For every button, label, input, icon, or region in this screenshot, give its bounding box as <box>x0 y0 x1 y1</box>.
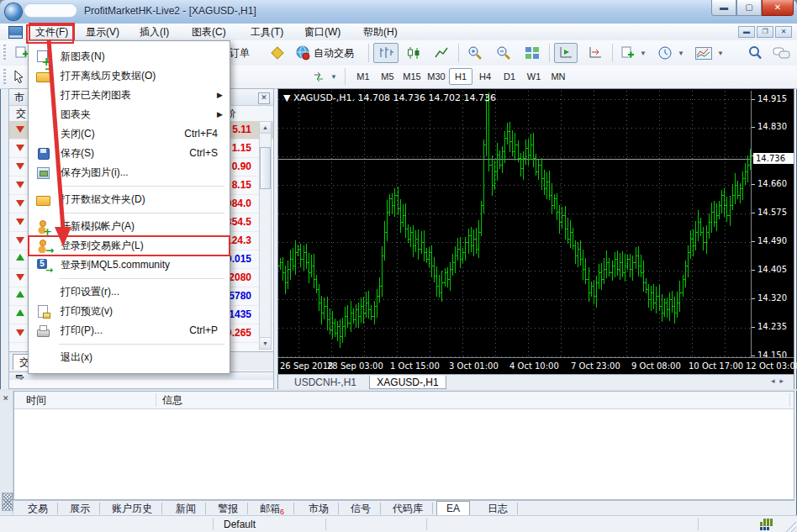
menubar-item-4[interactable]: 图表(C) <box>187 24 231 40</box>
close-button[interactable]: ✕ <box>762 0 794 16</box>
menu-item-label: 打印预览(v) <box>61 305 113 317</box>
autotrade-button[interactable]: 自动交易 <box>291 43 358 63</box>
timeframe-H1[interactable]: H1 <box>449 68 472 85</box>
scrollbar-thumb[interactable] <box>260 147 271 189</box>
file-menu-item-1[interactable]: 打开离线历史数据(O) <box>29 66 230 86</box>
chat-button[interactable] <box>768 43 795 63</box>
menubar-item-1[interactable]: 文件(F) <box>30 24 73 40</box>
file-menu-item-16[interactable]: 打印(P)...Ctrl+P <box>29 321 230 340</box>
window-title: ProfitMarketHK-Live2 - [XAGUSD-,H1] <box>84 5 256 17</box>
menubar-item-5[interactable]: 工具(T) <box>245 24 288 40</box>
message-column-header[interactable]: 信息 <box>162 392 182 408</box>
chart-caret-icon[interactable]: ▼ <box>283 92 293 103</box>
chart-tabs-arrows[interactable]: ◂▸ <box>771 377 789 385</box>
file-menu-item-12[interactable]: 登录到MQL5.community <box>29 255 230 275</box>
autoscroll-button[interactable] <box>554 43 578 63</box>
cursor-button[interactable] <box>8 67 29 86</box>
timeframe-MN[interactable]: MN <box>546 68 570 85</box>
market-watch-close-icon[interactable]: ✕ <box>258 92 270 104</box>
price-down-arrow-icon <box>16 200 24 207</box>
menubar-item-7[interactable]: 帮助(H) <box>358 24 403 40</box>
search-button[interactable] <box>743 43 767 63</box>
file-menu-item-18[interactable]: 退出(x) <box>29 348 230 367</box>
file-menu-item-14[interactable]: 打印设置(r)... <box>29 282 230 302</box>
titlebar[interactable]: ProfitMarketHK-Live2 - [XAGUSD-,H1] ▬ ▢ … <box>0 0 797 24</box>
file-menu-item-6[interactable]: 保存为图片(i)... <box>29 163 230 182</box>
file-menu-item-3[interactable]: 图表夹▶ <box>29 105 230 124</box>
timeframe-D1[interactable]: D1 <box>498 68 521 85</box>
timeframe-H4[interactable]: H4 <box>473 68 497 85</box>
minimize-button[interactable]: ▬ <box>711 0 736 16</box>
templates-dropdown[interactable]: ▼ <box>691 43 728 63</box>
indicators-add-dropdown[interactable]: ▼ <box>617 43 651 63</box>
zoom-in-button[interactable] <box>463 43 487 63</box>
mdi-minimize-button[interactable]: ▬ <box>738 26 755 38</box>
terminal-tab-信号[interactable]: 信号 <box>341 503 381 514</box>
menubar-item-2[interactable]: 显示(V) <box>81 24 124 40</box>
file-menu-item-15[interactable]: 打印预览(v) <box>29 302 230 321</box>
timeframe-M30[interactable]: M30 <box>425 68 448 85</box>
periods-dropdown[interactable]: ▼ <box>654 43 689 63</box>
zoom-out-button[interactable] <box>492 43 515 63</box>
file-menu-item-5[interactable]: 保存(S)Ctrl+S <box>29 144 230 163</box>
menubar-item-3[interactable]: 插入(I) <box>135 24 174 40</box>
terminal-dock-icon[interactable] <box>2 492 13 511</box>
package-button[interactable] <box>266 43 289 63</box>
terminal-close-icon[interactable]: ✕ <box>3 394 9 403</box>
terminal-tab-展示[interactable]: 展示 <box>61 503 100 514</box>
print-preview-icon <box>36 304 50 319</box>
file-menu-item-10[interactable]: 开新模拟帐户(A) <box>29 217 230 236</box>
menu-item-label: 登录到MQL5.community <box>61 259 170 271</box>
scroll-down-icon[interactable]: ▼ <box>260 337 271 349</box>
symbol-column-header[interactable]: 交 <box>9 108 26 119</box>
chart-shift-button[interactable] <box>583 43 607 63</box>
file-menu-item-8[interactable]: 打开数据文件夹(D) <box>29 190 230 209</box>
chart-tab-XAGUSDH1[interactable]: XAGUSD-,H1 <box>369 376 446 389</box>
toolbar-grip[interactable] <box>3 45 6 61</box>
tile-windows-button[interactable] <box>520 43 544 63</box>
price-tick-mark <box>752 298 755 299</box>
terminal-tab-警报[interactable]: 警报 <box>208 503 248 514</box>
file-menu-item-2[interactable]: 打开已关闭图表▶ <box>29 86 230 105</box>
timeframe-W1[interactable]: W1 <box>522 68 546 85</box>
price-tick-label: 14.235 <box>757 322 787 331</box>
time-tick-label: 9 Oct 08:00 <box>631 361 681 371</box>
mdi-restore-button[interactable]: ❐ <box>757 26 773 38</box>
chart-tab-USDCNHH1[interactable]: USDCNH-,H1 <box>285 376 366 389</box>
price-chart[interactable] <box>278 91 752 357</box>
mdi-close-button[interactable]: ✕ <box>775 26 792 38</box>
timeframe-M1[interactable]: M1 <box>351 68 375 85</box>
file-menu-item-11[interactable]: 登录到交易账户(L) <box>29 236 230 255</box>
file-menu-item-4[interactable]: 关闭(C)Ctrl+F4 <box>29 124 230 144</box>
price-scale[interactable]: 14.91514.83014.66014.57514.49014.40514.3… <box>751 91 794 357</box>
terminal-column-header[interactable]: 时间 信息 <box>14 392 794 409</box>
line-chart-button[interactable] <box>429 43 454 63</box>
timeframe-M5[interactable]: M5 <box>376 68 399 85</box>
terminal-tab-邮箱[interactable]: 邮箱6 <box>251 503 294 514</box>
menu-item-label: 登录到交易账户(L) <box>61 240 144 251</box>
terminal-tab-市场[interactable]: 市场 <box>299 503 339 514</box>
terminal-tab-代码库[interactable]: 代码库 <box>383 503 433 514</box>
menubar-item-6[interactable]: 窗口(W) <box>299 24 346 40</box>
terminal-tab-日志[interactable]: 日志 <box>478 503 518 514</box>
chart-window[interactable]: ▼ XAGUSD-,H1. 14.708 14.736 14.702 14.73… <box>277 88 794 389</box>
profile-label[interactable]: Default <box>224 519 256 530</box>
scroll-up-icon[interactable]: ▲ <box>260 122 271 134</box>
bar-chart-button[interactable] <box>373 43 398 63</box>
symbols-dropdown[interactable]: ▼ <box>308 67 341 86</box>
time-column-header[interactable]: 时间 <box>26 392 46 408</box>
candlestick-button[interactable] <box>401 43 426 63</box>
terminal-tab-账户历史[interactable]: 账户历史 <box>103 503 162 514</box>
mdi-chart-icon[interactable] <box>8 26 23 39</box>
toolbar-grip-2[interactable] <box>3 69 6 84</box>
terminal-tab-新闻[interactable]: 新闻 <box>166 503 206 514</box>
file-menu-item-0[interactable]: 新图表(N) <box>29 47 230 66</box>
time-scale[interactable]: 26 Sep 201828 Sep 03:001 Oct 15:003 Oct … <box>278 357 794 375</box>
time-tick-label: 4 Oct 10:00 <box>509 361 559 371</box>
autotrade-globe-icon <box>295 45 310 61</box>
market-watch-scrollbar[interactable]: ▲ ▼ <box>259 121 272 350</box>
terminal-tab-交易[interactable]: 交易 <box>18 503 58 514</box>
resize-grip[interactable] <box>784 520 796 532</box>
timeframe-M15[interactable]: M15 <box>400 68 424 85</box>
maximize-button[interactable]: ▢ <box>736 0 762 16</box>
